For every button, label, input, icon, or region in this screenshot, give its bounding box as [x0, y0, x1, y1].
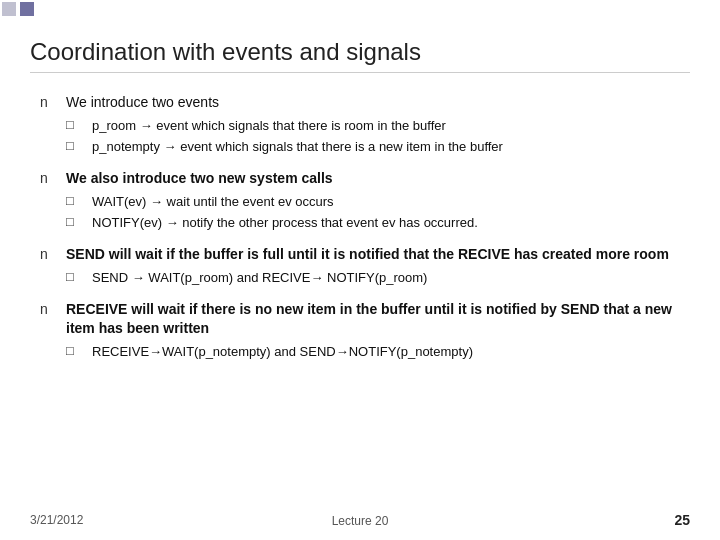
sub-bullet-marker-1-2: □ — [66, 138, 88, 153]
bullet-text-2: We also introduce two new system calls — [66, 170, 333, 186]
slide-content: n We introduce two events □ p_room → eve… — [30, 93, 690, 364]
slide: Coordination with events and signals n W… — [0, 0, 720, 540]
bullet-body-1: We introduce two events □ p_room → event… — [66, 93, 503, 159]
bullet-item-1: n We introduce two events □ p_room → eve… — [40, 93, 680, 159]
sub-bullets-2: □ WAIT(ev) → wait until the event ev occ… — [66, 193, 478, 232]
sub-bullet-text-2-2: NOTIFY(ev) → notify the other process th… — [92, 214, 478, 232]
bullet-marker-1: n — [40, 94, 60, 110]
sub-bullet-marker-4-1: □ — [66, 343, 88, 358]
bullet-text-4: RECEIVE will wait if there is no new ite… — [66, 301, 672, 337]
sub-bullet-text-1-2: p_notempty → event which signals that th… — [92, 138, 503, 156]
sub-bullet-marker-2-1: □ — [66, 193, 88, 208]
bullet-marker-4: n — [40, 301, 60, 317]
footer-date: 3/21/2012 — [30, 513, 83, 527]
bullet-marker-2: n — [40, 170, 60, 186]
sub-bullet-1-1: □ p_room → event which signals that ther… — [66, 117, 503, 135]
sub-bullet-2-2: □ NOTIFY(ev) → notify the other process … — [66, 214, 478, 232]
sub-bullets-3: □ SEND → WAIT(p_room) and RECIVE→ NOTIFY… — [66, 269, 669, 287]
bullet-item-3: n SEND will wait if the buffer is full u… — [40, 245, 680, 290]
sub-bullet-1-2: □ p_notempty → event which signals that … — [66, 138, 503, 156]
sub-bullet-marker-1-1: □ — [66, 117, 88, 132]
sub-bullet-text-2-1: WAIT(ev) → wait until the event ev occur… — [92, 193, 334, 211]
footer-page-number: 25 — [674, 512, 690, 528]
corner-decoration — [0, 0, 50, 20]
sub-bullet-marker-2-2: □ — [66, 214, 88, 229]
bullet-body-2: We also introduce two new system calls □… — [66, 169, 478, 235]
bullet-text-3: SEND will wait if the buffer is full unt… — [66, 246, 669, 262]
bullet-item-4: n RECEIVE will wait if there is no new i… — [40, 300, 680, 364]
sub-bullet-3-1: □ SEND → WAIT(p_room) and RECIVE→ NOTIFY… — [66, 269, 669, 287]
bullet-body-3: SEND will wait if the buffer is full unt… — [66, 245, 669, 290]
bullet-text-1: We introduce two events — [66, 94, 219, 110]
sub-bullet-text-3-1: SEND → WAIT(p_room) and RECIVE→ NOTIFY(p… — [92, 269, 427, 287]
sub-bullet-marker-3-1: □ — [66, 269, 88, 284]
sub-bullet-text-1-1: p_room → event which signals that there … — [92, 117, 446, 135]
sub-bullet-2-1: □ WAIT(ev) → wait until the event ev occ… — [66, 193, 478, 211]
sub-bullet-4-1: □ RECEIVE→WAIT(p_notempty) and SEND→NOTI… — [66, 343, 680, 361]
bullet-marker-3: n — [40, 246, 60, 262]
sub-bullets-4: □ RECEIVE→WAIT(p_notempty) and SEND→NOTI… — [66, 343, 680, 361]
sub-bullet-text-4-1: RECEIVE→WAIT(p_notempty) and SEND→NOTIFY… — [92, 343, 473, 361]
slide-title: Coordination with events and signals — [30, 38, 690, 73]
sub-bullets-1: □ p_room → event which signals that ther… — [66, 117, 503, 156]
bullet-item-2: n We also introduce two new system calls… — [40, 169, 680, 235]
bullet-body-4: RECEIVE will wait if there is no new ite… — [66, 300, 680, 364]
footer-lecture: Lecture 20 — [332, 514, 389, 528]
